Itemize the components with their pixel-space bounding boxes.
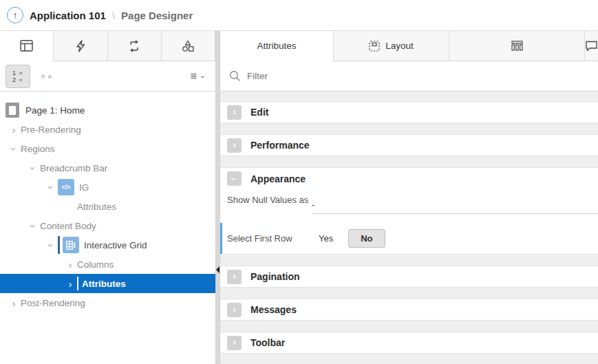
appearance-fields: Show Null Values as Select First Row Yes… [220, 189, 598, 255]
tree-panel: 1 = 2 = ○ = ≡ ⌄ Page 1: Home [0, 31, 215, 364]
expand-section-icon[interactable]: › [227, 303, 242, 317]
section-pagination-header[interactable]: › Pagination [220, 266, 598, 288]
expand-section-icon[interactable]: › [227, 138, 242, 153]
field-show-null-values: Show Null Values as [220, 189, 598, 223]
selected-indicator-bar [77, 277, 78, 290]
tree-item-label: Page 1: Home [25, 105, 85, 116]
tree-item-ig-attributes[interactable]: Attributes [0, 197, 215, 216]
rendering-tree-icon [20, 40, 33, 52]
group-by-type-button[interactable]: ○ = [34, 65, 59, 88]
select-first-row-no-option[interactable]: No [348, 229, 385, 248]
chevron-down-icon[interactable]: › [28, 161, 39, 175]
tree-toolbar: 1 = 2 = ○ = ≡ ⌄ [0, 61, 215, 92]
section-edit: › Edit [220, 101, 598, 123]
tab-messages[interactable] [585, 31, 598, 61]
order-icon-line1: 1 = [12, 69, 23, 76]
chevron-down-icon[interactable]: › [9, 142, 19, 156]
section-performance-header[interactable]: › Performance [220, 134, 598, 156]
section-appearance-header[interactable]: › Appearance [220, 167, 598, 189]
collapse-section-icon[interactable]: › [227, 171, 242, 186]
component-view-icon [511, 41, 523, 51]
lightning-icon [76, 40, 85, 52]
tree-item-label: Breadcrumb Bar [40, 163, 107, 173]
tree-item-label: IG [79, 182, 89, 193]
show-null-values-input[interactable] [312, 196, 598, 214]
expand-section-icon[interactable]: › [227, 336, 242, 350]
section-messages: › Messages [220, 299, 598, 321]
tree-item-label: Content Body [40, 221, 96, 231]
chevron-down-icon: ⌄ [200, 72, 206, 79]
page-icon [6, 103, 19, 118]
tab-shared-components[interactable] [162, 31, 215, 61]
page-title: Page Designer [121, 10, 193, 21]
section-label: Appearance [250, 173, 306, 184]
select-first-row-yes-option[interactable]: Yes [319, 233, 333, 244]
field-label: Select First Row [227, 233, 312, 244]
section-label: Pagination [250, 271, 300, 282]
messages-bubble-icon [585, 41, 598, 52]
expand-section-icon[interactable]: › [227, 270, 242, 284]
section-label: Messages [250, 304, 297, 315]
chevron-right-icon[interactable]: › [63, 259, 77, 270]
property-sections: › Edit › Performance › Appearance [220, 92, 598, 364]
section-edit-header[interactable]: › Edit [220, 101, 598, 123]
collapse-left-icon[interactable] [216, 266, 220, 273]
section-toolbar-header[interactable]: › Toolbar [220, 332, 598, 354]
section-label: Edit [250, 107, 268, 118]
app-header: ↑ Application 101 \ Page Designer [0, 0, 598, 31]
filter-input[interactable] [247, 71, 598, 81]
order-icon-line2: 2 = [12, 76, 23, 83]
chevron-down-icon[interactable]: › [28, 219, 39, 233]
group-icon-line1: ○ = [41, 73, 52, 80]
up-arrow-icon[interactable]: ↑ [7, 7, 23, 23]
tab-label: Attributes [257, 41, 296, 51]
section-label: Toolbar [250, 337, 285, 348]
tree-item-content-body[interactable]: › Content Body [0, 216, 215, 235]
menu-lines-icon: ≡ [190, 71, 196, 82]
section-messages-header[interactable]: › Messages [220, 299, 598, 321]
expand-section-icon[interactable]: › [227, 105, 242, 120]
tree-item-pre-rendering[interactable]: › Pre-Rendering [0, 120, 215, 139]
tree-menu-button[interactable]: ≡ ⌄ [190, 71, 210, 82]
processing-icon [128, 40, 140, 52]
tree-item-columns[interactable]: › Columns [0, 255, 215, 274]
left-tab-bar [0, 31, 215, 61]
modified-indicator-bar [220, 223, 222, 254]
chevron-right-icon[interactable]: › [63, 279, 77, 289]
section-label: Performance [250, 140, 310, 151]
tree-item-ig-region[interactable]: › </> IG [0, 178, 215, 197]
section-appearance: › Appearance Show Null Values as Select … [220, 167, 598, 255]
tree-item-label: Columns [77, 259, 114, 270]
app-title[interactable]: Application 101 [30, 10, 106, 21]
section-performance: › Performance [220, 134, 598, 156]
chevron-right-icon[interactable]: › [7, 125, 21, 135]
chevron-down-icon[interactable]: › [46, 238, 56, 252]
tree-item-attributes-selected[interactable]: › Attributes [0, 274, 215, 293]
tree-item-page[interactable]: Page 1: Home [0, 100, 215, 120]
tab-rendering[interactable] [0, 31, 54, 61]
section-pagination: › Pagination [220, 266, 598, 288]
chevron-right-icon[interactable]: › [7, 298, 21, 308]
tab-attributes[interactable]: Attributes [220, 31, 334, 61]
search-icon [229, 70, 241, 82]
tree-item-label: Regions [21, 144, 55, 154]
chevron-down-icon[interactable]: › [46, 180, 56, 194]
tree-item-label: Pre-Rendering [21, 125, 81, 135]
tab-component-view[interactable] [449, 31, 585, 61]
page-designer-window: ↑ Application 101 \ Page Designer [0, 0, 598, 364]
breadcrumb-separator: \ [112, 10, 115, 21]
region-code-icon: </> [58, 179, 74, 195]
panel-splitter[interactable] [215, 31, 220, 364]
tree-item-regions[interactable]: › Regions [0, 139, 215, 158]
tree-item-breadcrumb-bar[interactable]: › Breadcrumb Bar [0, 158, 215, 178]
section-toolbar: › Toolbar [220, 332, 598, 354]
display-order-button[interactable]: 1 = 2 = [6, 65, 30, 88]
property-panel: Attributes Layout [220, 31, 598, 364]
tab-dynamic-actions[interactable] [54, 31, 107, 61]
tree-item-interactive-grid[interactable]: › I Interactive Grid [0, 235, 215, 255]
tab-layout[interactable]: Layout [334, 31, 449, 61]
tree-item-post-rendering[interactable]: › Post-Rendering [0, 293, 215, 312]
tree-item-label: Interactive Grid [84, 240, 147, 250]
filter-bar [220, 61, 598, 92]
tab-processing[interactable] [108, 31, 162, 61]
